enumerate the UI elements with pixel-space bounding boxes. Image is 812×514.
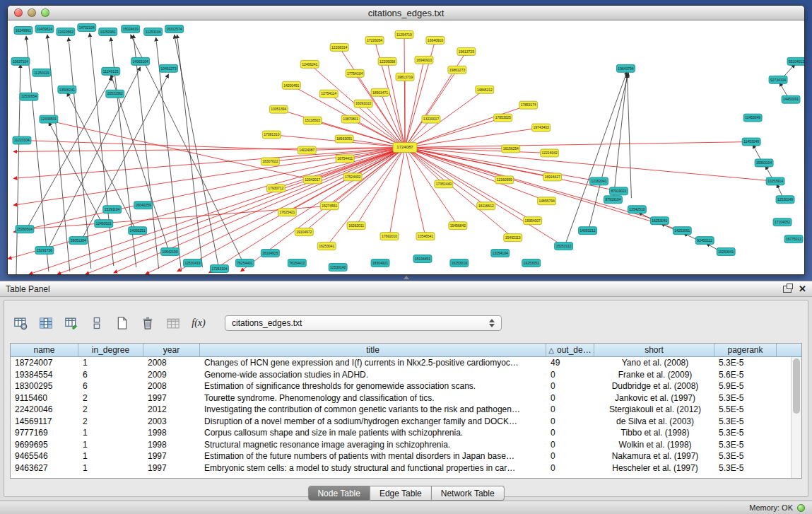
column-header-title[interactable]: title: [200, 344, 546, 356]
cell-name: 9699695: [11, 439, 78, 451]
svg-text:15291104: 15291104: [105, 207, 120, 211]
cell-short: Hescheler et al. (1997): [594, 462, 714, 474]
cell-in-degree: 6: [78, 380, 143, 392]
table-row[interactable]: 977716911998Corpus callosum shape and si…: [11, 427, 791, 439]
splitter-grip-icon: [404, 276, 409, 279]
float-panel-icon[interactable]: [783, 286, 792, 293]
close-window-button[interactable]: [14, 8, 23, 17]
table-row[interactable]: 1830029562008Estimation of significance …: [11, 380, 791, 392]
table-header-row: namein_degreeyeartitle△out_de…shortpager…: [11, 344, 801, 357]
column-header-pagerank[interactable]: pagerank: [714, 344, 777, 356]
svg-text:10253914: 10253914: [767, 179, 783, 183]
import-table-button[interactable]: [164, 314, 182, 332]
network-canvas[interactable]: 16349961 10409624 12410562 14732104 1025…: [8, 21, 804, 274]
edit-table-button[interactable]: [62, 314, 81, 332]
table-row[interactable]: 1872400712008Changes of HCN gene express…: [11, 357, 791, 369]
table-row[interactable]: 969969511998Structural magnetic resonanc…: [11, 439, 791, 451]
tab-edge-table[interactable]: Edge Table: [370, 486, 432, 501]
select-columns-button[interactable]: [37, 314, 55, 332]
svg-text:12162041: 12162041: [591, 179, 606, 183]
svg-text:12042017: 12042017: [305, 177, 320, 182]
table-row[interactable]: 911546021997Tourette syndrome. Phenomeno…: [11, 392, 791, 404]
network-view-window[interactable]: citations_edges.txt 16349961 10409624 12…: [7, 5, 805, 275]
column-header-out-de-[interactable]: △out_de…: [546, 344, 594, 356]
minimize-window-button[interactable]: [28, 8, 36, 17]
svg-text:16116612: 16116612: [478, 204, 494, 208]
cell-out-de-: 49: [546, 357, 594, 369]
memory-indicator-icon: [797, 504, 805, 512]
column-header-year[interactable]: year: [143, 344, 200, 356]
svg-text:16754411: 16754411: [337, 156, 353, 160]
function-icon: f(x): [192, 317, 205, 329]
network-desktop: citations_edges.txt 16349961 10409624 12…: [0, 0, 812, 281]
delete-table-button[interactable]: [139, 314, 157, 332]
svg-text:14093212: 14093212: [579, 228, 595, 233]
svg-text:19861273: 19861273: [449, 68, 465, 72]
table-toolbar: f(x) citations_edges.txt: [11, 312, 502, 334]
svg-text:10542190: 10542190: [163, 250, 178, 254]
rows-button[interactable]: [88, 314, 106, 332]
tab-node-table[interactable]: Node Table: [307, 486, 370, 501]
window-titlebar[interactable]: citations_edges.txt: [8, 6, 804, 21]
svg-text:16156254: 16156254: [503, 146, 519, 151]
svg-text:16262011: 16262011: [348, 223, 364, 228]
svg-text:19613725: 19613725: [459, 49, 474, 54]
table-body: 1872400712008Changes of HCN gene express…: [11, 357, 791, 478]
svg-text:12208314: 12208314: [331, 45, 347, 49]
svg-text:10637104: 10637104: [13, 59, 28, 64]
table-row[interactable]: 946362711997Embryonic stem cells: a mode…: [11, 462, 791, 474]
cell-short: Tibbo et al. (1998): [594, 427, 714, 439]
svg-text:13506241: 13506241: [59, 88, 75, 92]
svg-text:14200491: 14200491: [283, 83, 299, 88]
create-table-button[interactable]: [113, 314, 131, 332]
svg-text:13254104: 13254104: [493, 251, 508, 255]
network-graph[interactable]: 16349961 10409624 12410562 14732104 1025…: [8, 21, 804, 274]
cell-title: Genome-wide association studies in ADHD.: [200, 369, 546, 381]
function-builder-button[interactable]: f(x): [189, 314, 208, 332]
cell-out-de-: 0: [546, 392, 594, 404]
table-row[interactable]: 2242004622012Investigating the contribut…: [11, 404, 791, 416]
svg-text:14855794: 14855794: [539, 199, 555, 203]
svg-text:12530149: 12530149: [777, 197, 793, 201]
network-table-select[interactable]: citations_edges.txt: [225, 315, 502, 331]
svg-text:12409501: 12409501: [41, 117, 57, 121]
svg-text:87919104: 87919104: [605, 197, 620, 201]
tab-network-table[interactable]: Network Table: [432, 486, 505, 501]
cell-short: Jankovic et al. (1997): [594, 392, 714, 404]
table-row[interactable]: 1938455462009Genome-wide association stu…: [11, 369, 791, 381]
close-panel-icon[interactable]: ✕: [799, 284, 806, 293]
window-controls: [14, 8, 49, 17]
column-header-in-degree[interactable]: in_degree: [78, 344, 143, 356]
svg-text:17625421: 17625421: [279, 210, 295, 214]
svg-text:10253041: 10253041: [718, 250, 734, 254]
svg-text:12754114: 12754114: [321, 92, 336, 96]
new-document-icon: [115, 316, 129, 330]
panel-splitter[interactable]: [0, 275, 812, 281]
cell-title: Disruption of a novel member of a sodium…: [200, 416, 546, 428]
table-settings-button[interactable]: [11, 314, 30, 332]
column-header-short[interactable]: short: [594, 344, 714, 356]
table-row[interactable]: 946554611997Estimation of the future num…: [11, 450, 791, 462]
cell-name: 14569117: [11, 416, 78, 428]
svg-text:15253112: 15253112: [556, 244, 572, 248]
trash-icon: [141, 316, 155, 330]
svg-text:11249125: 11249125: [103, 69, 119, 74]
svg-text:12406241: 12406241: [302, 62, 317, 66]
table-row[interactable]: 1456911722003Disruption of a novel membe…: [11, 416, 791, 428]
cell-pagerank: 5.3E-5: [714, 427, 777, 439]
svg-text:15953104: 15953104: [756, 160, 772, 165]
cell-in-degree: 1: [78, 462, 143, 474]
svg-text:16091022: 16091022: [355, 101, 371, 105]
cell-short: Wolkin et al. (1998): [594, 439, 714, 451]
table-settings-icon: [13, 316, 28, 330]
scrollbar-thumb[interactable]: [793, 358, 800, 414]
vertical-scrollbar[interactable]: [791, 357, 801, 478]
cell-name: 19384554: [11, 369, 78, 381]
zoom-window-button[interactable]: [41, 8, 49, 17]
column-header-name[interactable]: name: [11, 344, 78, 356]
svg-text:11253119: 11253119: [34, 71, 49, 75]
cell-in-degree: 1: [78, 427, 143, 439]
cell-year: 1997: [143, 450, 200, 462]
svg-text:18304921: 18304921: [372, 261, 388, 265]
svg-text:12530142: 12530142: [330, 265, 346, 269]
